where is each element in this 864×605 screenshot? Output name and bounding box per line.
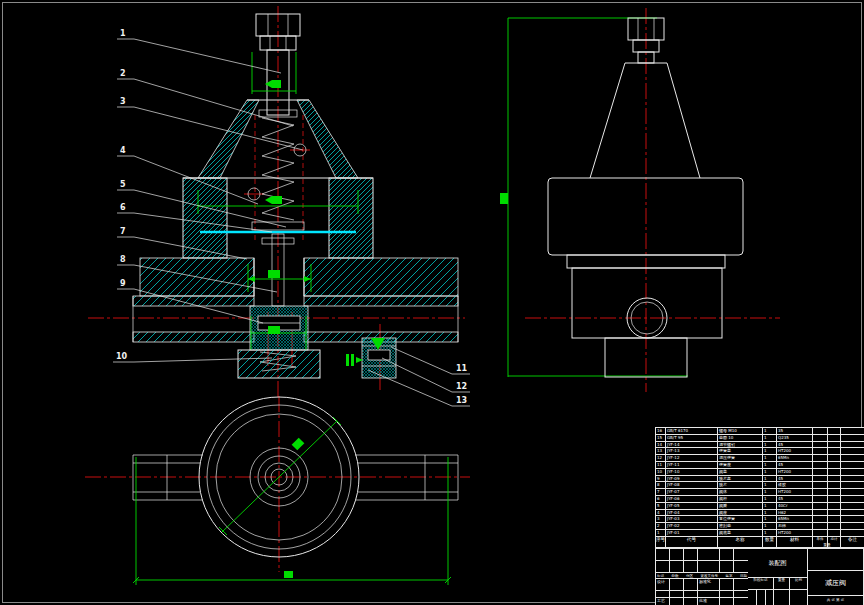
callout-label: 13 (456, 396, 467, 405)
bottom-view (85, 396, 470, 585)
header-qty: 数量 (763, 537, 777, 548)
header-code: 代号 (666, 537, 718, 548)
parts-cell-code: JYF-13 (666, 448, 718, 455)
parts-cell-code: JYF-07 (666, 489, 718, 496)
parts-cell-seq: 5 (656, 503, 666, 510)
parts-cell-w1 (813, 503, 828, 510)
callout-label: 9 (120, 279, 126, 288)
callout-label: 3 (120, 97, 126, 106)
parts-cell-seq: 7 (656, 489, 666, 496)
parts-cell-material: 65Mn (777, 516, 813, 523)
parts-cell-note (841, 462, 864, 469)
parts-cell-qty: 1 (763, 496, 777, 503)
sheet-info: 共 张 第 张 (808, 596, 863, 605)
role-standardization: 标准化 (698, 579, 720, 591)
callout-label: 1 (120, 29, 126, 38)
header-note: 备注 (841, 537, 864, 548)
parts-cell-material: 35 (777, 428, 813, 435)
drawing-type: 装配图 (748, 549, 808, 578)
parts-cell-qty: 1 (763, 482, 777, 489)
parts-cell-seq: 15 (656, 435, 666, 442)
parts-cell-w1 (813, 482, 828, 489)
parts-cell-name: 弹簧盖 (718, 448, 763, 455)
parts-cell-code: JYF-03 (666, 516, 718, 523)
parts-cell-name: 弹簧座 (718, 462, 763, 469)
parts-cell-material: 65Mn (777, 455, 813, 462)
dimension-text-mark (268, 326, 280, 334)
parts-cell-w1 (813, 469, 828, 476)
parts-cell-name: 垫圈 10 (718, 435, 763, 442)
strip-label: 标记 (657, 574, 664, 578)
parts-cell-material: 45 (777, 462, 813, 469)
parts-cell-seq: 14 (656, 442, 666, 449)
parts-cell-w2 (828, 516, 841, 523)
parts-cell-code: GB/T 6170 (666, 428, 718, 435)
callout-label: 10 (116, 352, 128, 361)
parts-cell-qty: 1 (763, 516, 777, 523)
callout-label: 8 (120, 255, 126, 264)
parts-cell-seq: 3 (656, 516, 666, 523)
main-section-view (88, 6, 465, 400)
parts-cell-qty: 1 (763, 503, 777, 510)
left-pipe-stub (133, 455, 203, 500)
parts-cell-w2 (828, 482, 841, 489)
side-view-body (548, 18, 743, 377)
parts-table-header: 序号 代号 名称 数量 材料 单件 总计 备注 重量 (655, 536, 864, 548)
parts-cell-qty: 1 (763, 442, 777, 449)
parts-cell-note (841, 435, 864, 442)
parts-cell-material: 橡胶 (777, 482, 813, 489)
parts-cell-material: 石棉 (777, 523, 813, 530)
parts-cell-qty: 1 (763, 435, 777, 442)
header-weight-label: 重量 (813, 543, 841, 547)
parts-cell-qty: 1 (763, 448, 777, 455)
parts-cell-code: JYF-06 (666, 496, 718, 503)
parts-cell-note (841, 476, 864, 483)
header-seq: 序号 (656, 537, 666, 548)
cad-drawing-sheet: 1 2 3 4 5 6 7 8 9 10 11 12 13 (0, 0, 864, 605)
parts-cell-note (841, 428, 864, 435)
parts-cell-w1 (813, 448, 828, 455)
parts-cell-code: JYF-14 (666, 442, 718, 449)
parts-cell-note (841, 503, 864, 510)
parts-cell-seq: 10 (656, 469, 666, 476)
header-name: 名称 (718, 537, 763, 548)
parts-cell-qty: 1 (763, 523, 777, 530)
parts-cell-material: 45 (777, 496, 813, 503)
parts-cell-seq: 16 (656, 428, 666, 435)
parts-cell-name: 膜片 (718, 482, 763, 489)
callout-label: 6 (120, 203, 126, 212)
right-pipe-stub (355, 455, 458, 500)
parts-cell-w1 (813, 442, 828, 449)
parts-cell-note (841, 442, 864, 449)
parts-cell-seq: 12 (656, 455, 666, 462)
dimension-text-mark (292, 438, 305, 451)
parts-cell-name: 膜片盘 (718, 476, 763, 483)
parts-cell-name: 复位弹簧 (718, 516, 763, 523)
parts-cell-qty: 1 (763, 489, 777, 496)
parts-cell-code: JYF-04 (666, 510, 718, 517)
parts-cell-name: 密封垫 (718, 523, 763, 530)
parts-cell-qty: 1 (763, 428, 777, 435)
parts-cell-w2 (828, 496, 841, 503)
dimension-arrow (265, 80, 272, 88)
parts-cell-code: JYF-09 (666, 476, 718, 483)
parts-cell-material: HT200 (777, 489, 813, 496)
parts-cell-code: JYF-10 (666, 469, 718, 476)
parts-cell-w2 (828, 428, 841, 435)
dimension-text-mark (500, 193, 508, 204)
parts-cell-material: Q235 (777, 435, 813, 442)
title-block-right: 减压阀 共 张 第 张 (808, 548, 864, 605)
parts-cell-note (841, 516, 864, 523)
header-material: 材料 (777, 537, 813, 548)
inlet-pipe (133, 296, 254, 342)
parts-cell-code: JYF-12 (666, 455, 718, 462)
parts-cell-w2 (828, 469, 841, 476)
dimension-cavity (248, 264, 311, 292)
parts-cell-note (841, 510, 864, 517)
parts-cell-w1 (813, 428, 828, 435)
strip-label: 处数 (672, 574, 679, 578)
callout-label: 4 (120, 146, 126, 155)
parts-cell-note (841, 469, 864, 476)
scale-value (790, 590, 808, 605)
parts-cell-name: 阀体 (718, 489, 763, 496)
